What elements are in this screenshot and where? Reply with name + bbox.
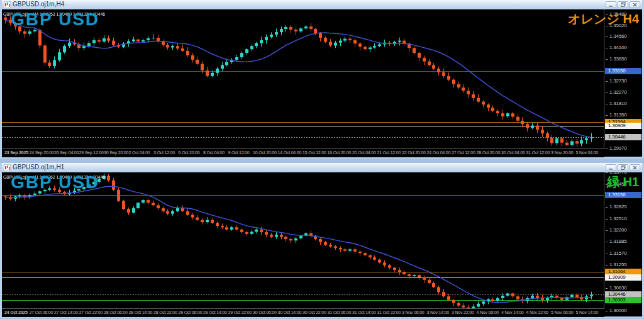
time-tick-label: 27 Oct 22:00: [79, 310, 103, 315]
price-tick-label: 1.32200: [606, 228, 627, 233]
minimize-button[interactable]: [606, 1, 616, 8]
chart-area-h4: GBP USD GBPUSD.oj1m,H4 1.30253 1.30469 1…: [2, 9, 642, 157]
time-tick-label: 6 Oct 20:00: [179, 150, 200, 155]
minimize-icon: [609, 165, 613, 170]
time-tick-label: 3 Oct 12:00: [153, 150, 175, 155]
price-line-badge: 1.30446: [605, 134, 641, 140]
price-tick-label: 1.32510: [606, 216, 627, 221]
close-icon: [633, 165, 637, 170]
time-tick-label: 2 Oct 04:00: [129, 150, 150, 155]
time-tick-label: 28 Oct 14:00: [129, 310, 153, 315]
time-tick-label: 29 Oct 06:00: [179, 310, 203, 315]
window-title: GBPUSD.oj1m,H4: [13, 0, 64, 9]
time-tick-label: 30 Oct 22:00: [303, 310, 326, 315]
time-tick-label: 10 Oct 20:00: [253, 150, 277, 155]
time-tick-label: 3 Nov 20:00: [551, 150, 574, 155]
time-tick-label: 8 Oct 04:00: [203, 150, 225, 155]
price-line-badge: 1.30909: [605, 274, 641, 281]
time-tick-label: 27 Oct 14:00: [54, 310, 78, 315]
price-tick-label: 1.33650: [606, 57, 627, 62]
time-tick-label: 30 Oct 06:00: [253, 310, 277, 315]
time-tick-label: 14 Oct 04:00: [278, 150, 302, 155]
price-tick-label: 1.34560: [606, 34, 627, 39]
ohlc-info-line: GBPUSD.oj1m,H1 1.30262 1.30469 1.30132 1…: [3, 175, 105, 179]
time-tick-label: 24 Oct 04:00: [427, 150, 451, 155]
time-tick-label: 31 Oct 06:00: [328, 310, 352, 315]
time-tick-label: 21 Oct 12:00: [377, 150, 401, 155]
window-titlebar[interactable]: GBPUSD.oj1m,H4: [2, 0, 642, 9]
time-tick-label: 30 Oct 04:00: [501, 150, 525, 155]
candlestick-plot-h4[interactable]: [2, 9, 604, 148]
time-tick-label: 3 Nov 22:00: [452, 310, 474, 315]
close-button[interactable]: [630, 164, 640, 171]
time-tick-label: 5 Nov 14:00: [576, 310, 599, 315]
price-tick-label: 1.29970: [606, 146, 627, 151]
chart-window-h1: GBPUSD.oj1m,H1 GBP USD GBPUSD.oj1m,H1 1.…: [0, 163, 644, 318]
price-tick-label: 1.32825: [606, 204, 627, 210]
price-tick-label: 1.31255: [606, 262, 627, 267]
timeframe-note-label: 緑 H1: [607, 174, 639, 191]
time-tick-label: 5 Nov 06:00: [551, 310, 574, 315]
candlestick-plot-h1[interactable]: [2, 172, 604, 308]
price-tick-label: 1.32730: [606, 79, 627, 84]
metatrader-workspace: { "workspace": {"background_color": "#a3…: [0, 0, 644, 319]
time-tick-label: 4 Nov 14:00: [501, 310, 524, 315]
price-tick-label: 1.32270: [606, 90, 627, 95]
price-line-badge: 1.30303: [605, 297, 641, 303]
time-tick-label: 3 Nov 14:00: [427, 310, 450, 315]
time-tick-label: 3 Nov 06:00: [402, 310, 425, 315]
window-controls: [606, 164, 641, 171]
time-tick-label: 23 Sep 2025: [4, 150, 28, 155]
time-tick-label: 31 Oct 14:00: [352, 310, 376, 315]
restore-button[interactable]: [618, 164, 628, 171]
time-tick-label: 28 Oct 22:00: [153, 310, 177, 315]
time-tick-label: 29 Oct 22:00: [228, 310, 252, 315]
time-tick-label: 29 Oct 14:00: [203, 310, 227, 315]
time-tick-label: 26 Sep 04:00: [54, 150, 79, 155]
minimize-button[interactable]: [606, 164, 616, 171]
time-tick-label: 30 Oct 14:00: [278, 310, 302, 315]
price-line-badge: 1.33150: [605, 68, 641, 74]
close-icon: [633, 3, 637, 7]
price-tick-label: 1.30630: [606, 286, 627, 291]
price-axis[interactable]: 1.337701.334551.328251.325101.322001.318…: [604, 172, 642, 316]
time-tick-label: 4 Nov 06:00: [477, 310, 499, 315]
restore-button[interactable]: [618, 1, 628, 8]
price-line-badge: 1.30909: [605, 123, 641, 129]
time-tick-label: 29 Sep 12:00: [79, 150, 104, 155]
price-axis[interactable]: 1.354801.350201.345601.341001.336501.327…: [604, 9, 642, 157]
price-line-badge: 1.33150: [605, 192, 641, 198]
restore-icon: [621, 165, 626, 170]
time-tick-label: 5 Nov 04:00: [576, 150, 599, 155]
chart-area-h1: GBP USD GBPUSD.oj1m,H1 1.30262 1.30469 1…: [2, 172, 642, 316]
price-tick-label: 1.31810: [606, 101, 627, 106]
minimize-icon: [609, 3, 613, 7]
time-tick-label: 24 Sep 20:00: [30, 150, 54, 155]
time-tick-label: 27 Oct 12:00: [452, 150, 475, 155]
price-tick-label: 1.31570: [606, 251, 627, 256]
time-tick-label: 30 Sep 20:00: [104, 150, 128, 155]
time-tick-label: 22 Oct 20:00: [402, 150, 426, 155]
time-tick-label: 16 Oct 20:00: [328, 150, 352, 155]
time-tick-label: 4 Nov 22:00: [526, 310, 549, 315]
time-axis[interactable]: 24 Oct 202527 Oct 06:0027 Oct 14:0027 Oc…: [2, 308, 604, 317]
time-tick-label: 28 Oct 06:00: [104, 310, 128, 315]
close-button[interactable]: [630, 1, 640, 8]
chart-window-icon: [4, 164, 11, 171]
time-tick-label: 24 Oct 2025: [4, 310, 28, 315]
price-tick-label: 1.30000: [606, 308, 627, 313]
time-tick-label: 28 Oct 20:00: [477, 150, 501, 155]
ohlc-info-line: GBPUSD.oj1m,H4 1.30253 1.30469 1.30132 1…: [3, 12, 105, 16]
window-titlebar[interactable]: GBPUSD.oj1m,H1: [2, 163, 642, 172]
time-axis[interactable]: 23 Sep 202524 Sep 20:0026 Sep 04:0029 Se…: [2, 148, 604, 157]
timeframe-note-label: オレンジ H4: [568, 11, 639, 28]
price-tick-label: 1.31350: [606, 113, 627, 118]
price-tick-label: 1.31885: [606, 239, 627, 244]
time-tick-label: 15 Oct 12:00: [303, 150, 326, 155]
price-tick-label: 1.34100: [606, 45, 627, 50]
window-title: GBPUSD.oj1m,H1: [13, 163, 64, 172]
restore-icon: [621, 2, 626, 7]
chart-window-h4: GBPUSD.oj1m,H4 GBP USD GBPUSD.oj1m,H4 1.…: [0, 0, 644, 159]
time-tick-label: 20 Oct 04:00: [352, 150, 376, 155]
time-tick-label: 9 Oct 12:00: [228, 150, 250, 155]
